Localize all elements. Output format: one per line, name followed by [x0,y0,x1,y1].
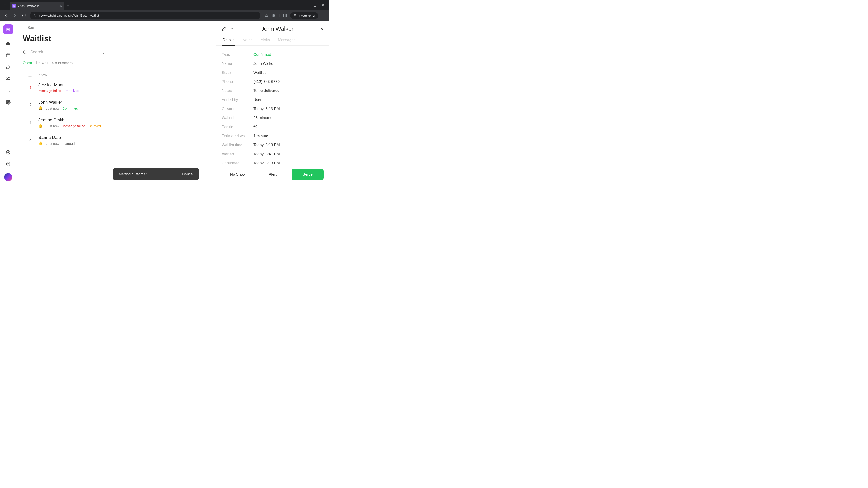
detail-row: Name John Walker [222,59,324,68]
search-icon [23,50,27,55]
detail-row: Phone (412) 345-6789 [222,77,324,86]
row-number: 1 [23,86,38,90]
detail-value: 1 minute [253,134,324,138]
detail-label: Position [222,125,253,129]
analytics-icon[interactable] [5,88,11,93]
more-icon[interactable] [230,27,235,31]
detail-label: State [222,70,253,75]
messages-icon[interactable] [5,64,11,70]
detail-row: Waitlist time Today, 3:13 PM [222,140,324,150]
workspace-badge[interactable]: M [3,24,13,34]
back-label: Back [28,26,36,30]
svg-point-2 [34,15,35,15]
tab-bar: w Visits | Waitwhile × + — ▢ ✕ [0,0,329,10]
help-icon[interactable] [5,161,11,167]
badge: Prioritized [64,89,80,93]
back-nav-icon[interactable] [3,13,9,18]
tab-visits[interactable]: Visits [260,35,271,45]
detail-value: To be delivered [253,89,324,93]
svg-point-18 [7,101,9,103]
badge: Confirmed [62,106,78,110]
status-rest: · 1m wait · 4 customers [32,61,73,65]
detail-row: Waited 28 minutes [222,113,324,123]
detail-label: Waited [222,116,253,120]
new-tab-button[interactable]: + [67,3,69,8]
bell-icon: 🔔 [38,124,43,128]
tab-details[interactable]: Details [222,35,235,45]
browser-menu-icon[interactable]: ⋮ [321,13,325,18]
detail-value: Waitlist [253,70,324,75]
toast-cancel-button[interactable]: Cancel [182,172,193,176]
detail-value: #2 [253,125,324,129]
row-number: 4 [23,138,38,142]
detail-body[interactable]: Tags Confirmed Name John Walker State Wa… [216,46,329,164]
detail-row: Notes To be delivered [222,86,324,95]
toast: Alerting customer… Cancel [113,168,199,180]
badge: Delayed [88,124,101,128]
svg-point-14 [8,77,10,78]
minimize-icon[interactable]: — [305,3,308,7]
detail-value: Today, 3:13 PM [253,161,324,164]
detail-label: Waitlist time [222,143,253,147]
sidepanel-icon[interactable] [283,13,287,18]
detail-value: 28 minutes [253,116,324,120]
detail-label: Tags [222,53,253,57]
svg-rect-9 [6,54,10,57]
reload-icon[interactable] [21,13,27,18]
maximize-icon[interactable]: ▢ [313,3,316,7]
row-number: 2 [23,103,38,107]
serve-button[interactable]: Serve [291,168,324,180]
site-settings-icon[interactable] [33,14,37,18]
close-panel-icon[interactable]: ✕ [320,26,324,32]
select-all-checkbox[interactable] [28,72,32,76]
detail-label: Alerted [222,152,253,156]
detail-label: Phone [222,79,253,84]
incognito-badge[interactable]: Incognito (2) [290,12,318,19]
favicon-icon: w [12,4,16,8]
detail-value: Today, 3:41 PM [253,152,324,156]
home-icon[interactable] [5,41,11,46]
tab-close-icon[interactable]: × [60,4,62,8]
people-icon[interactable] [5,76,11,81]
extensions-icon[interactable] [272,13,276,18]
detail-row: State Waitlist [222,68,324,77]
calendar-icon[interactable] [5,53,11,58]
svg-line-23 [26,53,27,54]
detail-panel: John Walker ✕ Details Notes Visits Messa… [216,21,329,184]
url-bar[interactable]: new.waitwhile.com/visits?visitState=wait… [30,12,260,20]
tab-notes[interactable]: Notes [242,35,253,45]
detail-actions: No Show Alert Serve [216,164,329,184]
tab-list-dropdown[interactable] [2,2,8,8]
svg-point-3 [35,16,36,17]
detail-label: Confirmed [222,161,253,164]
status-open: Open [23,61,32,65]
badge: Just now [46,124,59,128]
user-avatar[interactable] [4,173,12,181]
filter-icon[interactable] [101,50,105,55]
search-placeholder: Search [30,50,43,55]
sidebar: M [0,21,16,184]
settings-icon[interactable] [5,99,11,105]
power-icon[interactable] [5,150,11,155]
svg-marker-4 [265,14,268,17]
search-box[interactable]: Search [23,50,43,55]
chevron-left-icon [23,26,25,29]
badge: Flagged [62,142,74,145]
bell-icon: 🔔 [38,106,43,110]
app-root: M Back Waitlist [0,21,329,184]
close-window-icon[interactable]: ✕ [322,3,324,7]
detail-header: John Walker ✕ [216,21,329,35]
tab-messages[interactable]: Messages [277,35,296,45]
detail-label: Estimated wait [222,134,253,138]
alert-button[interactable]: Alert [256,168,289,180]
forward-nav-icon[interactable] [12,13,18,18]
edit-icon[interactable] [222,27,226,31]
detail-label: Name [222,61,253,66]
browser-tab[interactable]: w Visits | Waitwhile × [10,2,64,10]
svg-rect-5 [283,14,287,17]
star-icon[interactable] [265,13,269,18]
svg-point-29 [234,29,234,29]
tab-title: Visits | Waitwhile [18,4,58,8]
svg-point-27 [231,29,232,29]
noshow-button[interactable]: No Show [222,168,254,180]
